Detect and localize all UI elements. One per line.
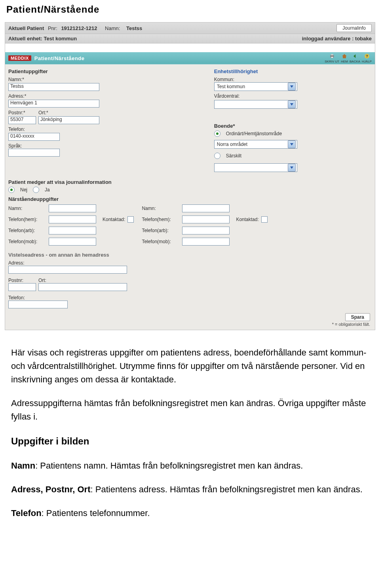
home-icon[interactable]: HEM — [341, 53, 348, 63]
chevron-down-icon — [288, 164, 296, 172]
doc-namn-label: Namn — [11, 461, 35, 471]
kin1-kontaktad-checkbox[interactable] — [127, 216, 134, 223]
sprak-field-label: Språk: — [8, 143, 205, 149]
kin2-telarb-input[interactable] — [182, 227, 230, 234]
inloggad-label: inloggad användare : tobake — [302, 36, 372, 42]
doc-adr-text: : Patientens adress. Hämtas från befolkn… — [91, 484, 363, 494]
vistelse-adress-input[interactable] — [8, 266, 127, 274]
vardcentral-select[interactable] — [214, 100, 297, 109]
kin2-telmob-input[interactable] — [182, 238, 230, 246]
consent-nej-radio[interactable] — [8, 187, 15, 193]
kin2-telhem-input[interactable] — [182, 216, 230, 223]
ort-input[interactable]: Jönköping — [38, 116, 99, 124]
kin2-telarb-label: Telefon(arb): — [142, 228, 180, 233]
adress-field-label: Adress:* — [8, 93, 205, 99]
namn-value: Testss — [126, 25, 142, 31]
journalinfo-button[interactable]: Journalinfo — [336, 24, 372, 32]
journal-consent-title: Patient medger att visa journalinformati… — [8, 179, 372, 185]
boende-sarskilt-label: Särskilt — [226, 153, 241, 159]
svg-rect-2 — [331, 57, 333, 58]
kin2-kontaktad-label: Kontaktad: — [236, 217, 258, 222]
brand-title: Patient/Närstående — [34, 55, 85, 61]
consent-ja-radio[interactable] — [33, 187, 39, 193]
consent-nej-label: Nej — [20, 187, 27, 193]
spara-button[interactable]: Spara — [345, 313, 370, 321]
brand-bar: MEDDIX Patient/Närstående SKRIV UT HEM B… — [5, 52, 375, 64]
postnr-input[interactable]: 55307 — [8, 116, 36, 124]
doc-tel-label: Telefon — [11, 508, 42, 518]
pnr-value: 19121212-1212 — [61, 25, 97, 31]
vistelse-postnr-input[interactable] — [8, 283, 36, 291]
doc-namn-row: Namn: Patientens namn. Hämtas från befol… — [11, 459, 369, 473]
home-label: HEM — [341, 60, 348, 63]
kin2-telmob-label: Telefon(mob): — [142, 239, 180, 244]
telefon-field-label: Telefon: — [8, 127, 205, 132]
print-label: SKRIV UT — [325, 60, 339, 63]
kin1-kontaktad-label: Kontaktad: — [103, 217, 125, 222]
kin1-telmob-input[interactable] — [49, 238, 96, 246]
boende-ordinart-value: Norra området — [217, 142, 247, 147]
screenshot-panel: Aktuell Patient Pnr: 19121212-1212 Namn:… — [5, 22, 375, 330]
kommun-field-label: Kommun: — [214, 77, 367, 82]
svg-rect-1 — [331, 54, 333, 55]
kin2-namn-label: Namn: — [142, 206, 180, 211]
kin1-telarb-input[interactable] — [49, 227, 96, 234]
ort-field-label: Ort:* — [38, 110, 99, 115]
namn-field-label: Namn:* — [8, 77, 205, 82]
vistelse-telefon-input[interactable] — [8, 301, 68, 308]
back-label: BACKA — [350, 60, 360, 63]
vistelse-ort-label: Ort: — [38, 278, 127, 283]
pnr-label: Pnr: — [48, 25, 57, 31]
kin1-namn-input[interactable] — [49, 204, 96, 212]
svg-text:?: ? — [366, 54, 368, 58]
header-row-1: Aktuell Patient Pnr: 19121212-1212 Namn:… — [5, 23, 375, 34]
doc-para-1: Här visas och registreras uppgifter om p… — [11, 346, 369, 386]
boende-ordinart-label: Ordinärt/Hemtjänstområde — [226, 131, 282, 136]
vardcentral-field-label: Vårdcentral: — [214, 93, 367, 99]
doc-adr-label: Adress, Postnr, Ort — [11, 484, 91, 494]
chevron-down-icon — [288, 83, 296, 91]
kommun-select[interactable]: Test kommun — [214, 82, 297, 91]
kin1-telmob-label: Telefon(mob): — [8, 239, 46, 244]
boende-sarskilt-select[interactable] — [214, 163, 297, 172]
kin1-telhem-label: Telefon(hem): — [8, 217, 46, 222]
back-icon[interactable]: BACKA — [350, 53, 360, 63]
document-body: Här visas och registreras uppgifter om p… — [0, 330, 380, 528]
doc-namn-text: : Patientens namn. Hämtas från befolknin… — [35, 461, 303, 471]
vistelse-postnr-label: Postnr: — [8, 278, 36, 283]
doc-adr-row: Adress, Postnr, Ort: Patientens adress. … — [11, 483, 369, 496]
help-icon[interactable]: ? HJÄLP — [362, 53, 372, 63]
kin2-kontaktad-checkbox[interactable] — [261, 216, 268, 223]
narstaende-title: Närståendeuppgifter — [8, 196, 372, 202]
vistelse-adress-label: Adress: — [8, 260, 372, 266]
postnr-field-label: Postnr:* — [8, 110, 36, 115]
doc-para-2: Adressuppgifterna hämtas från befolkning… — [11, 397, 369, 424]
telefon-input[interactable]: 0140-xxxxx — [8, 133, 60, 141]
header-row-2: Aktuell enhet: Test kommun inloggad anvä… — [5, 34, 375, 43]
kin1-telhem-input[interactable] — [49, 216, 96, 223]
kin2-namn-input[interactable] — [182, 204, 230, 212]
namn-label: Namn: — [105, 25, 120, 31]
vistelse-ort-input[interactable] — [38, 283, 127, 291]
boende-sarskilt-radio[interactable] — [214, 153, 220, 159]
kin1-telarb-label: Telefon(arb): — [8, 228, 46, 233]
print-icon[interactable]: SKRIV UT — [325, 53, 339, 63]
doc-tel-row: Telefon: Patientens telefonnummer. — [11, 507, 369, 520]
adress-input[interactable]: Hemvägen 1 — [8, 100, 99, 108]
boende-title: Boende* — [214, 123, 367, 129]
kin2-telhem-label: Telefon(hem): — [142, 217, 180, 222]
namn-input[interactable]: Testss — [8, 83, 99, 91]
kommun-value: Test kommun — [217, 84, 245, 89]
kin1-namn-label: Namn: — [8, 206, 46, 211]
sprak-input[interactable] — [8, 149, 60, 157]
patientuppgifter-title: Patientuppgifter — [8, 68, 205, 74]
aktuell-patient-label: Aktuell Patient — [8, 25, 44, 31]
vistelse-telefon-label: Telefon: — [8, 295, 372, 301]
aktuell-enhet-label: Aktuell enhet: Test kommun — [8, 36, 77, 42]
help-label: HJÄLP — [362, 60, 372, 63]
boende-ordinart-radio[interactable] — [214, 130, 220, 137]
doc-tel-text: : Patientens telefonnummer. — [42, 508, 150, 518]
vistelse-title: Vistelseadress - om annan än hemadress — [8, 252, 372, 258]
boende-ordinart-select[interactable]: Norra området — [214, 140, 297, 149]
doc-h2: Uppgifter i bilden — [11, 434, 369, 448]
